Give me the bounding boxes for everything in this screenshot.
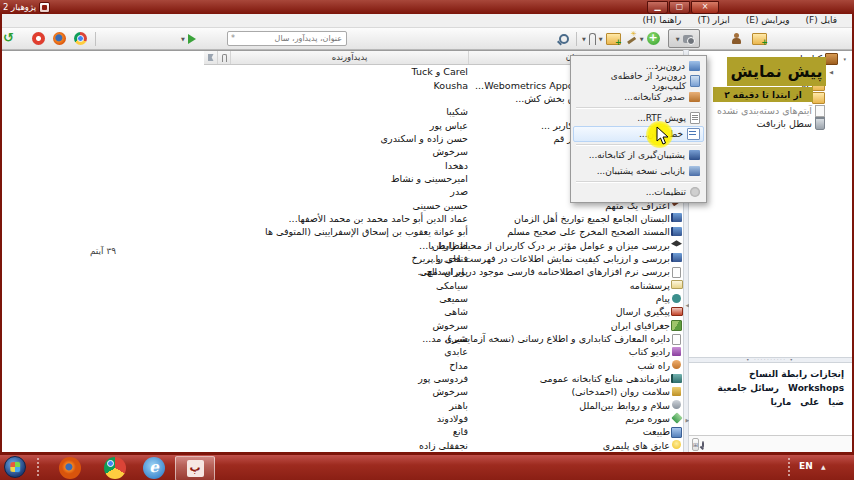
tag-item[interactable]: على	[800, 397, 819, 407]
actions-caret: ▼	[676, 36, 680, 42]
opera-icon[interactable]	[32, 32, 45, 45]
chrome-icon[interactable]	[74, 32, 87, 45]
locate-dropdown-caret[interactable]: ▼	[181, 36, 185, 42]
table-row[interactable]: سوره مریمفولادوند	[213, 412, 683, 425]
sidebar-item-trash[interactable]: سطل بازیافت	[689, 117, 852, 130]
tag-item[interactable]: ماريا	[770, 397, 791, 407]
paperclip-icon[interactable]	[589, 33, 596, 45]
table-row[interactable]: جغرافیای ایرانسرخوش	[213, 319, 683, 332]
column-header-attachment[interactable]	[217, 51, 230, 64]
table-row[interactable]: سازماندهی منابع کتابخانه عمومیفردوسی پور	[213, 372, 683, 385]
folder-dropdown-caret[interactable]: ▼	[599, 36, 603, 42]
table-row[interactable]: پیامسمیعی	[213, 292, 683, 305]
new-item-button[interactable]: +	[647, 32, 660, 45]
item-title-cell: سلام و روابط بین‌الملل	[468, 400, 670, 411]
locate-go-icon[interactable]	[188, 34, 196, 44]
table-row[interactable]: بررسی میزان و عوامل مؤثر بر درک کاربران …	[213, 238, 683, 251]
tree-expander-icon[interactable]: ◀	[828, 69, 833, 75]
library-icon	[825, 53, 838, 65]
menu-item-timeline[interactable]: خط زمان...	[573, 126, 704, 142]
item-creator-cell: سرخوش	[213, 146, 468, 157]
column-header-flag[interactable]	[204, 51, 217, 64]
item-creator-cell: امیرحسینی و نشاط	[213, 173, 468, 184]
menu-item-restore[interactable]: بازیابی نسخه پشتیبان...	[573, 163, 704, 179]
taskbar-firefox-icon[interactable]	[59, 457, 81, 479]
item-creator-cell: أبو عوانة یعقوب بن إسحاق الإسفرایینی (ال…	[213, 226, 468, 237]
menu-item-backup[interactable]: پشتیبان‌گیری از کتابخانه...	[573, 148, 704, 164]
menubar-item-0[interactable]: فایل (F)	[799, 14, 844, 27]
table-row[interactable]: سلامت روان (احمدخانی)سرخوش	[213, 385, 683, 398]
menu-separator	[576, 181, 701, 183]
new-group-icon[interactable]	[731, 33, 742, 44]
tree-expander-icon[interactable]: ▾	[841, 56, 846, 62]
item-creator-cell: فولادوند	[213, 413, 468, 424]
close-button[interactable]: ×	[691, 1, 719, 14]
tag-item[interactable]: Workshops	[788, 383, 844, 393]
attachment-dropdown-caret[interactable]: ▼	[582, 36, 586, 42]
table-row[interactable]: المسند الصحیح المخرج علی صحیح مسلمأبو عو…	[213, 225, 683, 238]
tag-selector-pane: إنجازات رابطة النساخWorkshopsرسائل جامعي…	[689, 363, 852, 452]
new-item-dropdown-caret[interactable]: ▼	[640, 36, 644, 42]
quick-search-input[interactable]	[227, 31, 347, 46]
blog-icon	[672, 294, 681, 303]
new-attachment-folder-icon[interactable]	[606, 33, 621, 45]
tag-filter-input[interactable]	[707, 437, 854, 451]
table-row[interactable]: پرسشنامهسیامکی	[213, 279, 683, 292]
menubar-item-2[interactable]: ابزار (T)	[690, 14, 736, 27]
sync-icon[interactable]: ↺	[3, 30, 14, 45]
table-row[interactable]: سلام و روابط بین‌المللباهنر	[213, 399, 683, 412]
book-icon	[671, 253, 682, 262]
menu-item-clipboard[interactable]: درون‌برد از حافظه‌ی کلیپ‌بورد	[573, 74, 704, 90]
taskbar-chrome-icon[interactable]	[104, 457, 126, 479]
item-title-cell: دایره المعارف کتابداری و اطلاع رسانی (نس…	[468, 333, 670, 344]
email-icon	[671, 307, 683, 316]
tag-options-button[interactable]: ⊞	[692, 438, 699, 451]
menu-item-rtf[interactable]: پویش RTF...	[573, 111, 704, 127]
folder-icon	[812, 92, 825, 104]
item-type-icon-cell	[670, 360, 683, 370]
minimize-button[interactable]: ▁	[647, 1, 668, 14]
show-hidden-icons-arrow[interactable]: ▲	[821, 463, 826, 470]
table-row[interactable]: دایره المعارف کتابداری و اطلاع رسانی (نس…	[213, 332, 683, 345]
tag-item[interactable]: ضيا	[828, 397, 844, 407]
new-collection-icon[interactable]	[752, 33, 767, 45]
restore-icon	[689, 166, 700, 176]
menubar-item-1[interactable]: ویرایش (E)	[739, 14, 797, 27]
sidebar-item-unfiled[interactable]: آیتم‌های دسته‌بندی نشده	[689, 104, 852, 117]
tag-item[interactable]: رسائل جامعية	[717, 383, 779, 393]
menu-item-label: صدور کتابخانه...	[624, 92, 685, 102]
item-type-icon-cell	[670, 307, 683, 317]
add-by-identifier-wand-icon[interactable]	[625, 33, 637, 45]
table-row[interactable]: عایق های پلیمرینجفقلی زاده	[213, 439, 683, 452]
actions-gear-button[interactable]: ▼	[668, 29, 700, 48]
menu-item-settings[interactable]: تنظیمات...	[573, 185, 704, 201]
item-type-icon-cell	[670, 440, 683, 450]
table-row[interactable]: راه شبمداح	[213, 359, 683, 372]
column-header-creator[interactable]: پدیدآورنده	[230, 51, 468, 64]
language-indicator[interactable]: EN	[799, 461, 813, 471]
pres-icon	[672, 387, 681, 396]
table-row[interactable]: طبیعتقانع	[213, 425, 683, 438]
menu-item-label: پشتیبان‌گیری از کتابخانه...	[589, 150, 685, 160]
table-row[interactable]: رادیو کتابعابدی	[213, 345, 683, 358]
toolbar-separator	[95, 32, 96, 46]
taskbar-active-app-button[interactable]: پ	[175, 456, 215, 480]
table-row[interactable]: پیگیری ارسالشاهی	[213, 305, 683, 318]
windows-logo-icon	[10, 462, 20, 473]
menubar-item-3[interactable]: راهنما (H)	[636, 14, 689, 27]
item-title-cell: عایق های پلیمری	[468, 440, 670, 451]
actions-menu: درون‌برد...درون‌برد از حافظه‌ی کلیپ‌بورد…	[570, 55, 707, 203]
firefox-icon[interactable]	[53, 32, 66, 45]
table-row[interactable]: البستان الجامع لجمیع تواریخ أهل الزمانعم…	[213, 212, 683, 225]
tag-item[interactable]: إنجازات رابطة النساخ	[749, 369, 844, 379]
maximize-button[interactable]: ▢	[669, 1, 690, 14]
taskbar: e پ EN ▲	[0, 455, 854, 480]
advanced-search-icon[interactable]	[559, 34, 569, 44]
table-row[interactable]: بررسی و ارزیابی کیفیت نمایش اطلاعات در ف…	[213, 252, 683, 265]
radio-icon	[672, 347, 681, 356]
menu-item-export[interactable]: صدور کتابخانه...	[573, 89, 704, 105]
rtf-icon	[690, 112, 700, 124]
table-row[interactable]: بررسی نرم افزارهای اصطلاحنامه فارسی موجو…	[213, 265, 683, 278]
taskbar-ie-icon[interactable]: e	[143, 457, 165, 479]
start-button[interactable]	[4, 456, 26, 478]
